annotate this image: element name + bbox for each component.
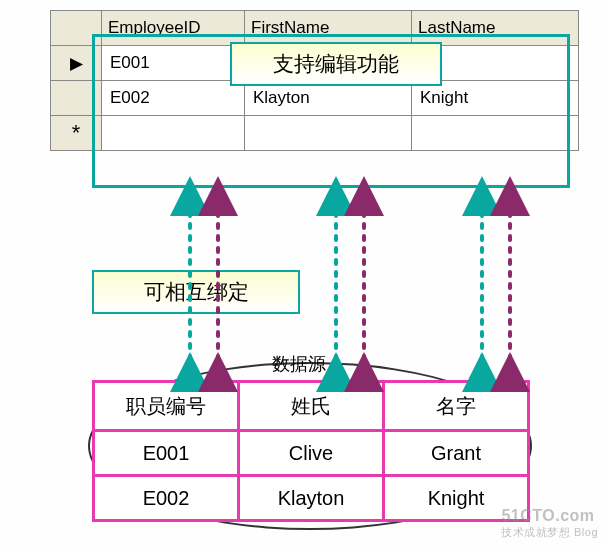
ds-header-employeeid: 职员编号: [94, 382, 239, 431]
callout-mutual-binding: 可相互绑定: [92, 270, 300, 314]
datasource-table: 职员编号 姓氏 名字 E001 Clive Grant E002 Klayton…: [92, 380, 530, 522]
grid-cell[interactable]: E001: [102, 46, 245, 81]
grid-cell-new[interactable]: [412, 116, 579, 151]
grid-cell-new[interactable]: [245, 116, 412, 151]
datasource-table-wrap: 职员编号 姓氏 名字 E001 Clive Grant E002 Klayton…: [92, 380, 530, 522]
callout-edit-support: 支持编辑功能: [230, 42, 442, 86]
row-marker-new-icon: *: [51, 116, 102, 151]
ds-cell: E002: [94, 476, 239, 521]
ds-header-surname: 姓氏: [239, 382, 384, 431]
watermark-line1: 51CTO.com: [501, 507, 594, 524]
grid-header-lastname[interactable]: LastName: [412, 11, 579, 46]
grid-corner: [51, 11, 102, 46]
watermark-line2: 技术成就梦想 Blog: [501, 525, 598, 540]
ds-cell: E001: [94, 431, 239, 476]
ds-cell: Clive: [239, 431, 384, 476]
datasource-label: 数据源: [272, 352, 326, 376]
ds-cell: Grant: [384, 431, 529, 476]
watermark: 51CTO.com 技术成就梦想 Blog: [501, 507, 598, 540]
grid-header-firstname[interactable]: FirstName: [245, 11, 412, 46]
ds-cell: Klayton: [239, 476, 384, 521]
row-marker-current-icon: ▶: [51, 46, 102, 81]
grid-header-employeeid[interactable]: EmployeeID: [102, 11, 245, 46]
grid-cell[interactable]: E002: [102, 81, 245, 116]
grid-cell-new[interactable]: [102, 116, 245, 151]
row-marker: [51, 81, 102, 116]
ds-header-givenname: 名字: [384, 382, 529, 431]
